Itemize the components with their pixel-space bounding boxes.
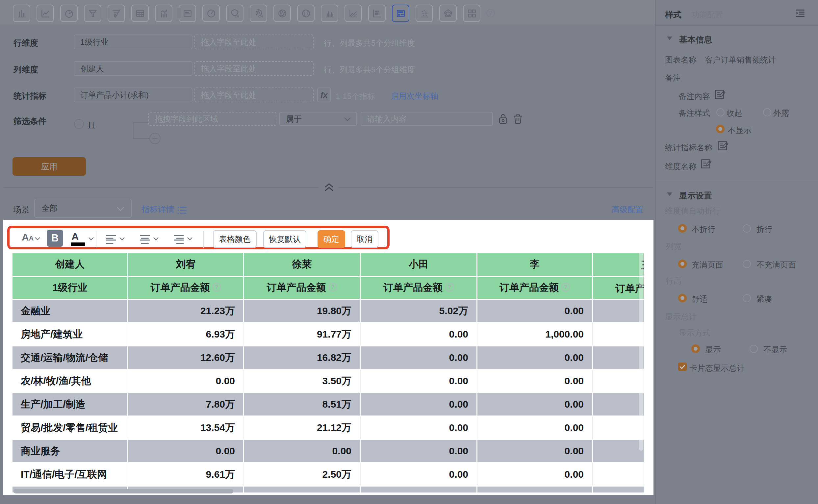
svg-text:CN: CN (258, 14, 263, 18)
svg-text:CN: CN (234, 14, 239, 18)
